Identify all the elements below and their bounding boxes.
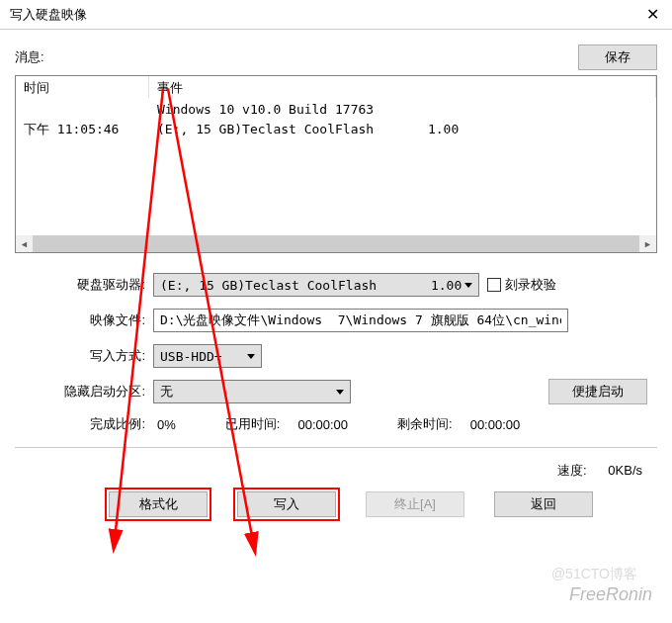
remaining-label: 剩余时间:: [397, 415, 453, 433]
hidden-partition-select[interactable]: 无: [153, 380, 351, 403]
verify-checkbox-wrap[interactable]: 刻录校验: [487, 276, 556, 294]
back-button[interactable]: 返回: [494, 491, 593, 517]
verify-checkbox[interactable]: [487, 278, 501, 292]
watermark-sub: @51CTO博客: [551, 566, 637, 583]
col-event-header: 事件: [149, 76, 656, 98]
list-item: 下午 11:05:46 (E:, 15 GB)Teclast CoolFlash…: [16, 120, 656, 139]
method-value: USB-HDD+: [160, 349, 222, 364]
quickboot-button[interactable]: 便捷启动: [548, 379, 647, 404]
partition-value: 无: [160, 383, 173, 400]
elapsed-label: 已用时间:: [225, 415, 281, 433]
content-area: 消息: 保存 时间 事件 Windows 10 v10.0 Build 1776…: [0, 30, 672, 527]
log-box: 时间 事件 Windows 10 v10.0 Build 17763 下午 11…: [15, 75, 657, 253]
format-button[interactable]: 格式化: [109, 491, 208, 517]
drive-select[interactable]: (E:, 15 GB)Teclast CoolFlash 1.00: [153, 273, 479, 297]
scroll-left-arrow-icon[interactable]: ◄: [16, 235, 33, 252]
log-time-cell: 下午 11:05:46: [16, 120, 149, 139]
scroll-thumb[interactable]: [33, 235, 639, 252]
col-time-header: 时间: [16, 76, 149, 98]
partition-label: 隐藏启动分区:: [25, 383, 153, 400]
list-item: Windows 10 v10.0 Build 17763: [16, 100, 656, 120]
verify-label: 刻录校验: [505, 276, 556, 294]
speed-label: 速度:: [557, 463, 587, 478]
scroll-right-arrow-icon[interactable]: ►: [639, 235, 656, 252]
divider: [15, 447, 657, 448]
log-headers: 时间 事件: [16, 76, 656, 98]
speed-value: 0KB/s: [608, 463, 642, 478]
method-label: 写入方式:: [25, 347, 153, 365]
horizontal-scrollbar[interactable]: ◄ ►: [16, 235, 656, 252]
abort-button: 终止[A]: [366, 491, 464, 517]
log-event-cell: Windows 10 v10.0 Build 17763: [149, 100, 656, 120]
partition-row: 隐藏启动分区: 无 便捷启动: [25, 380, 647, 403]
write-method-select[interactable]: USB-HDD+: [153, 344, 262, 368]
action-buttons-row: 格式化 写入 终止[A] 返回: [15, 491, 657, 517]
remaining-value: 00:00:00: [470, 417, 521, 432]
save-button[interactable]: 保存: [578, 44, 657, 70]
scroll-track[interactable]: [33, 235, 639, 252]
write-button[interactable]: 写入: [237, 491, 336, 517]
image-path-input[interactable]: [153, 309, 568, 332]
method-row: 写入方式: USB-HDD+: [25, 344, 647, 368]
log-time-cell: [16, 100, 149, 120]
elapsed-value: 00:00:00: [297, 417, 348, 432]
image-label: 映像文件:: [25, 312, 153, 329]
log-body: Windows 10 v10.0 Build 17763 下午 11:05:46…: [16, 98, 656, 141]
message-header-row: 消息: 保存: [15, 44, 657, 70]
drive-row: 硬盘驱动器: (E:, 15 GB)Teclast CoolFlash 1.00…: [25, 273, 647, 297]
progress-value: 0%: [157, 417, 176, 432]
watermark: FreeRonin: [569, 584, 652, 605]
close-button[interactable]: ✕: [632, 0, 672, 30]
drive-value: (E:, 15 GB)Teclast CoolFlash 1.00: [160, 278, 462, 293]
log-event-cell: (E:, 15 GB)Teclast CoolFlash 1.00: [149, 120, 656, 139]
messages-label: 消息:: [15, 48, 578, 66]
form-area: 硬盘驱动器: (E:, 15 GB)Teclast CoolFlash 1.00…: [15, 273, 657, 433]
speed-row: 速度: 0KB/s: [15, 462, 657, 480]
progress-label: 完成比例:: [25, 415, 153, 433]
image-row: 映像文件:: [25, 309, 647, 332]
drive-label: 硬盘驱动器:: [25, 276, 153, 294]
window-title: 写入硬盘映像: [10, 6, 632, 24]
title-bar: 写入硬盘映像 ✕: [0, 0, 672, 30]
stats-row: 完成比例: 0% 已用时间: 00:00:00 剩余时间: 00:00:00: [25, 415, 647, 433]
